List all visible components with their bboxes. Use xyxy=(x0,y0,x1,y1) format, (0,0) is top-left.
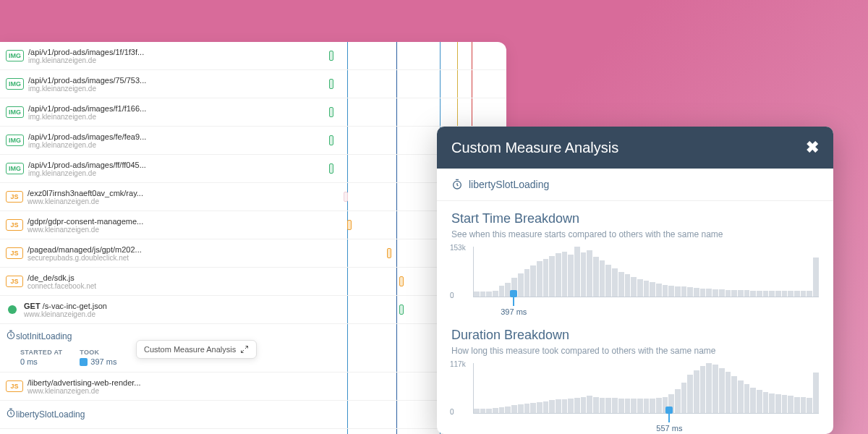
resource-row[interactable]: GET /s-vac-inc-get.jsonwww.kleinanzeigen… xyxy=(0,296,506,324)
histogram-bar xyxy=(474,292,480,297)
resource-path: /api/v1/prod-ads/images/75/753... xyxy=(28,76,146,85)
histogram-bar xyxy=(694,288,699,297)
type-badge-js: JS xyxy=(6,219,23,231)
histogram-bar xyxy=(719,289,725,297)
histogram-bar xyxy=(530,265,536,297)
resource-row[interactable]: JS/gdpr/gdpr-consent-manageme...www.klei… xyxy=(0,211,506,239)
resource-path: GET /s-vac-inc-get.json xyxy=(24,302,107,310)
histogram-bar xyxy=(505,407,511,413)
histogram-bar xyxy=(581,252,587,297)
histogram-bar xyxy=(687,375,693,413)
histogram-bar xyxy=(511,405,517,413)
start-time-section: Start Time Breakdown See when this measu… xyxy=(437,201,833,318)
resource-path: /api/v1/prod-ads/images/fe/fea9... xyxy=(28,132,146,141)
histogram-bar xyxy=(612,268,618,297)
stopwatch-icon xyxy=(6,330,16,343)
histogram-bar xyxy=(524,404,530,413)
histogram-bar xyxy=(618,399,624,413)
resource-host: img.kleinanzeigen.de xyxy=(28,56,144,64)
resource-row-liberty[interactable]: JS /liberty/advertising-web-render... ww… xyxy=(0,373,506,401)
resource-row[interactable]: IMG/api/v1/prod-ads/images/1f/1f3f...img… xyxy=(0,42,506,70)
histogram-bar xyxy=(618,272,624,297)
timing-row-liberty[interactable]: libertySlotLoading xyxy=(0,401,506,429)
duration-section: Duration Breakdown How long this measure… xyxy=(437,318,833,434)
histogram-marker[interactable]: 397 ms xyxy=(501,290,527,316)
histogram-bar xyxy=(600,398,605,413)
histogram-bar xyxy=(726,372,731,413)
histogram-bar xyxy=(612,398,618,413)
histogram-bar xyxy=(574,247,580,297)
histogram-bar xyxy=(788,291,793,297)
timeline-bar xyxy=(329,107,333,117)
histogram-bar xyxy=(556,399,561,413)
type-badge-js: JS xyxy=(6,191,23,203)
y-axis-min: 0 xyxy=(450,292,454,299)
histogram-bar xyxy=(568,255,574,297)
y-axis-max: 117k xyxy=(450,360,466,368)
resource-host: www.kleinanzeigen.de xyxy=(27,387,141,395)
started-at-value: 0 ms xyxy=(20,357,62,366)
histogram-bar xyxy=(719,368,725,414)
histogram-bar xyxy=(499,407,505,413)
type-badge-js: JS xyxy=(6,247,23,259)
histogram-bar xyxy=(493,408,498,413)
resource-row[interactable]: IMG/api/v1/prod-ads/images/ff/ff045...im… xyxy=(0,155,506,183)
resource-row[interactable]: IMG/api/v1/prod-ads/images/f1/f166...img… xyxy=(0,98,506,127)
histogram-bar xyxy=(738,290,744,297)
timeline-bar xyxy=(399,305,404,315)
resource-path: /api/v1/prod-ads/images/f1/f166... xyxy=(28,104,146,113)
histogram-bar xyxy=(763,392,769,413)
close-icon[interactable]: ✖ xyxy=(806,138,819,157)
histogram-bar xyxy=(807,398,812,413)
histogram-bar xyxy=(625,399,631,413)
resource-path: /de_de/sdk.js xyxy=(27,273,96,282)
expand-icon xyxy=(240,345,249,354)
modal-header: Custom Measure Analysis ✖ xyxy=(437,127,833,169)
timeline-bar xyxy=(399,276,404,286)
histogram-bar xyxy=(593,397,599,413)
modal-title: Custom Measure Analysis xyxy=(451,140,618,156)
resource-row[interactable]: IMG/api/v1/prod-ads/images/fe/fea9...img… xyxy=(0,127,506,155)
timing-row-firstscroll[interactable]: First Scroll xyxy=(0,429,506,434)
histogram-bar xyxy=(731,376,737,413)
histogram-bar xyxy=(807,291,812,297)
resource-row[interactable]: JS/exz0l7irnsh3naeft0av_cmk/ray...www.kl… xyxy=(0,183,506,211)
histogram-bar xyxy=(782,395,788,413)
histogram-bar xyxy=(581,397,587,413)
resource-host: img.kleinanzeigen.de xyxy=(28,113,146,121)
section-title: Start Time Breakdown xyxy=(451,211,819,226)
resource-host: img.kleinanzeigen.de xyxy=(28,169,146,177)
timeline-bar xyxy=(344,192,348,202)
histogram-bar xyxy=(518,404,524,413)
y-axis-max: 153k xyxy=(450,244,466,252)
histogram-bar xyxy=(731,290,737,297)
histogram-bar xyxy=(712,365,718,413)
type-badge-img: IMG xyxy=(6,50,24,61)
histogram-bar xyxy=(549,400,555,413)
resource-row[interactable]: IMG/api/v1/prod-ads/images/75/753...img.… xyxy=(0,70,506,98)
resource-row[interactable]: JS/de_de/sdk.jsconnect.facebook.net xyxy=(0,268,506,296)
histogram-bar xyxy=(813,373,819,413)
histogram-bar xyxy=(568,399,574,413)
timeline-bar xyxy=(347,220,352,230)
histogram-marker[interactable]: 557 ms xyxy=(656,407,682,433)
timeline-bar xyxy=(329,163,333,174)
histogram-bar xyxy=(694,370,699,413)
resource-row[interactable]: JS/pagead/managed/js/gpt/m202...securepu… xyxy=(0,239,506,268)
histogram-bar xyxy=(794,397,800,413)
custom-measure-tooltip[interactable]: Custom Measure Analysis xyxy=(136,340,257,359)
resource-path: /exz0l7irnsh3naeft0av_cmk/ray... xyxy=(27,189,143,197)
histogram-bar xyxy=(631,399,637,413)
histogram-bar xyxy=(750,388,756,413)
histogram-bar xyxy=(738,380,744,413)
histogram-bar xyxy=(700,289,706,297)
timing-row-slotinit[interactable]: slotInitLoading STARTED AT 0 ms TOOK 397… xyxy=(0,324,506,373)
histogram-bar xyxy=(600,260,605,297)
type-badge-js: JS xyxy=(6,380,23,392)
histogram-bar xyxy=(744,384,750,413)
histogram-bar xyxy=(801,397,807,413)
histogram-bar xyxy=(537,261,542,297)
timeline-bar xyxy=(387,248,391,258)
histogram-bar xyxy=(593,257,599,297)
resource-path: /pagead/managed/js/gpt/m202... xyxy=(27,245,142,254)
